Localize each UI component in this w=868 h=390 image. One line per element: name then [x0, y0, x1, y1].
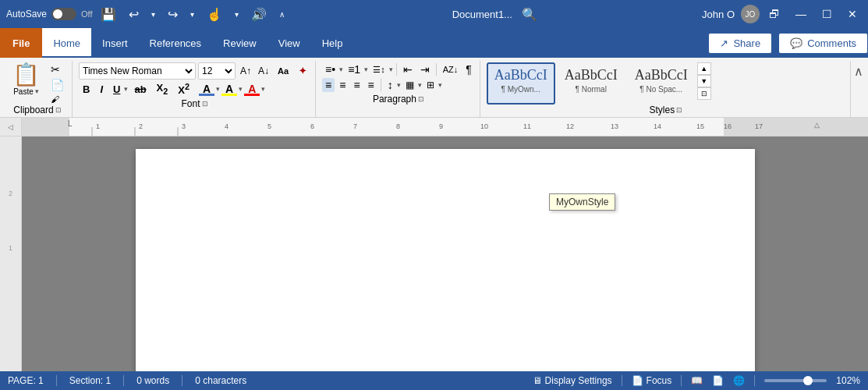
doc-page[interactable]	[136, 149, 755, 371]
touch-icon[interactable]: ☝	[204, 5, 225, 23]
clear-format-icon[interactable]: ✦	[295, 65, 310, 77]
sort-button[interactable]: AZ↓	[440, 64, 462, 75]
left-indent-marker[interactable]: L	[68, 119, 73, 128]
align-right-button[interactable]: ≡	[350, 78, 363, 92]
document-area: 2 1	[0, 136, 868, 371]
close-icon[interactable]: ✕	[843, 5, 862, 23]
align-center-button[interactable]: ≡	[336, 78, 349, 92]
undo-icon[interactable]: ↩	[126, 5, 142, 23]
display-settings-button[interactable]: 🖥 Display Settings	[533, 375, 612, 386]
styles-scroll-down[interactable]: ▼	[697, 75, 711, 87]
text-effect-button[interactable]: A	[244, 82, 260, 96]
zoom-thumb[interactable]	[803, 376, 813, 385]
comments-button[interactable]: 💬 Comments	[778, 33, 868, 54]
format-painter-icon[interactable]: 🖌	[48, 94, 67, 105]
underline-dropdown[interactable]: ▾	[124, 85, 128, 93]
para-sep-2	[436, 63, 437, 76]
font-size-decrease-icon[interactable]: A↓	[256, 65, 271, 77]
comments-label: Comments	[807, 37, 856, 49]
shading-dropdown[interactable]: ▾	[418, 81, 422, 89]
clipboard-group: 📋 Paste ▾ ✂ 📄 🖌 Clipboard ⊡	[3, 61, 73, 117]
ribbon-collapse-arrow[interactable]: ∧	[276, 9, 288, 20]
display-icon: 🖥	[533, 375, 542, 386]
status-sep-2	[123, 375, 124, 386]
line-spacing-button[interactable]: ↕	[384, 78, 396, 92]
doc-canvas[interactable]	[22, 136, 868, 371]
numbering-dropdown[interactable]: ▾	[364, 66, 368, 73]
undo-dropdown[interactable]: ▾	[148, 9, 158, 20]
highlight-dropdown[interactable]: ▾	[239, 85, 243, 93]
bold-button[interactable]: B	[79, 83, 94, 96]
save-icon[interactable]: 💾	[97, 5, 119, 23]
bullet-list-button[interactable]: ≡•	[322, 62, 338, 76]
menu-references[interactable]: References	[139, 28, 212, 58]
print-layout-icon[interactable]: 📄	[712, 375, 724, 386]
svg-text:17: 17	[755, 122, 763, 130]
strikethrough-button[interactable]: ab	[130, 83, 150, 96]
change-case-icon[interactable]: Aa	[274, 66, 292, 76]
para-expand-icon[interactable]: ⊡	[418, 95, 424, 103]
text-effect-dropdown[interactable]: ▾	[261, 85, 265, 93]
decrease-indent-button[interactable]: ⇤	[400, 62, 416, 76]
show-formatting-button[interactable]: ¶	[462, 62, 475, 76]
share-button[interactable]: ↗ Share	[708, 33, 772, 54]
status-sep-5	[681, 375, 682, 386]
redo-dropdown[interactable]: ▾	[187, 9, 197, 20]
paste-button[interactable]: 📋 Paste ▾	[8, 62, 44, 105]
zoom-slider[interactable]	[764, 379, 827, 382]
search-icon[interactable]: 🔍	[522, 7, 537, 22]
italic-button[interactable]: I	[96, 83, 107, 96]
font-size-increase-icon[interactable]: A↑	[238, 65, 253, 77]
underline-button[interactable]: U	[109, 83, 124, 96]
style-card-nospace[interactable]: AaBbCcI ¶ No Spac...	[627, 62, 696, 105]
highlight-button[interactable]: A	[221, 82, 237, 96]
line-spacing-dropdown[interactable]: ▾	[397, 81, 401, 89]
menu-review[interactable]: Review	[212, 28, 267, 58]
increase-indent-button[interactable]: ⇥	[417, 62, 433, 76]
touch-dropdown[interactable]: ▾	[232, 9, 242, 20]
menu-insert[interactable]: Insert	[91, 28, 139, 58]
font-size-select[interactable]: 12	[198, 62, 236, 80]
bullet-list-dropdown[interactable]: ▾	[339, 66, 343, 73]
font-color-button[interactable]: A	[199, 82, 214, 96]
copy-icon[interactable]: 📄	[48, 78, 67, 92]
style-card-myown[interactable]: AaBbCcI ¶ MyOwn...	[487, 62, 555, 105]
menu-file[interactable]: File	[0, 28, 42, 58]
minimize-icon[interactable]: —	[791, 5, 811, 23]
autosave-toggle[interactable]	[51, 8, 76, 20]
focus-button[interactable]: 📄 Focus	[632, 375, 672, 386]
numbering-button[interactable]: ≡1	[345, 62, 363, 76]
font-family-select[interactable]: Times New Roman	[79, 62, 196, 80]
read-mode-icon[interactable]: 📖	[691, 375, 703, 386]
redo-icon[interactable]: ↪	[165, 5, 181, 23]
menu-home[interactable]: Home	[42, 28, 91, 58]
maximize-icon[interactable]: ☐	[817, 5, 837, 23]
right-indent-marker[interactable]: △	[814, 121, 820, 129]
subscript-button[interactable]: X2	[153, 81, 172, 97]
web-layout-icon[interactable]: 🌐	[733, 375, 745, 386]
style-card-normal[interactable]: AaBbCcI ¶ Normal	[557, 62, 625, 105]
multilevel-button[interactable]: ☰↕	[370, 64, 388, 76]
multilevel-dropdown[interactable]: ▾	[389, 66, 393, 73]
ribbon-collapse-button[interactable]: ∧	[854, 64, 863, 79]
ruler-body[interactable]: 1 2 3 4 5 6 7 8 9 10 11 12 13 14 15 16 1…	[22, 118, 868, 136]
justify-button[interactable]: ≡	[365, 78, 377, 92]
borders-button[interactable]: ⊞	[423, 79, 438, 91]
clipboard-expand-icon[interactable]: ⊡	[55, 106, 62, 114]
align-left-button[interactable]: ≡	[322, 78, 335, 92]
cut-icon[interactable]: ✂	[48, 62, 67, 76]
styles-more[interactable]: ⊡	[697, 87, 711, 100]
restore-icon[interactable]: 🗗	[764, 5, 785, 23]
paste-dropdown[interactable]: ▾	[35, 87, 39, 95]
font-expand-icon[interactable]: ⊡	[202, 100, 208, 108]
font-color-dropdown[interactable]: ▾	[216, 85, 220, 93]
shading-button[interactable]: ▦	[402, 79, 417, 91]
superscript-button[interactable]: X2	[174, 81, 193, 97]
menu-view[interactable]: View	[267, 28, 311, 58]
styles-scroll-up[interactable]: ▲	[697, 62, 711, 75]
borders-dropdown[interactable]: ▾	[438, 81, 442, 89]
menu-help[interactable]: Help	[311, 28, 354, 58]
svg-text:9: 9	[439, 122, 443, 130]
speak-icon[interactable]: 🔊	[248, 5, 270, 23]
styles-expand-icon[interactable]: ⊡	[676, 106, 682, 114]
